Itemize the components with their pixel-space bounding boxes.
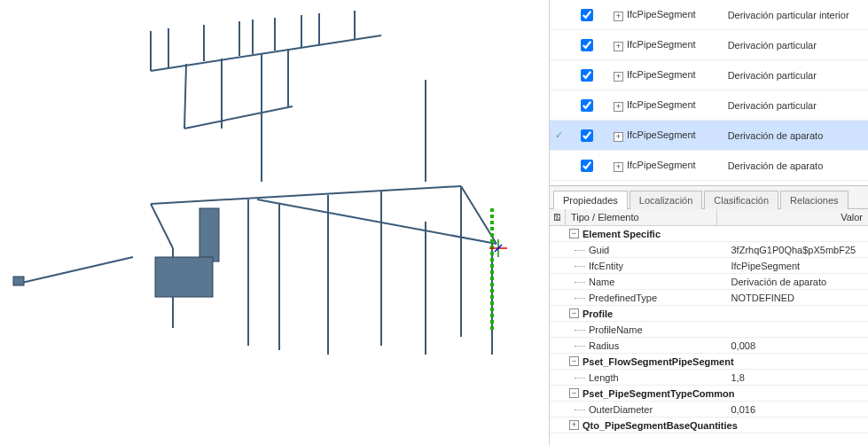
tree-row[interactable]: +IfcPipeSegmentDerivación particular xyxy=(550,30,868,60)
svg-rect-31 xyxy=(155,257,213,297)
visibility-checkbox[interactable] xyxy=(581,129,593,142)
property-key: Guid xyxy=(566,243,726,257)
node-desc-label: Derivación particular xyxy=(728,40,868,51)
element-tree[interactable]: +IfcPipeSegmentDerivación particular int… xyxy=(550,0,868,186)
group-label: Pset_FlowSegmentPipeSegment xyxy=(583,356,734,367)
tree-row[interactable]: +IfcPipeSegmentDerivación particular xyxy=(550,60,868,90)
property-value[interactable]: 1,8 xyxy=(726,371,869,385)
node-type-label: IfcPipeSegment xyxy=(627,129,707,140)
svg-line-29 xyxy=(18,257,133,284)
node-type-label: IfcPipeSegment xyxy=(627,69,707,80)
property-key: OuterDiameter xyxy=(566,402,726,417)
property-row[interactable]: PredefinedTypeNOTDEFINED xyxy=(550,290,868,306)
svg-rect-30 xyxy=(199,208,219,262)
visibility-checkbox[interactable] xyxy=(581,9,593,21)
expand-icon[interactable]: + xyxy=(614,12,623,21)
header-key-label: Tipo / Elemento xyxy=(566,209,717,225)
expand-icon[interactable]: + xyxy=(614,132,623,142)
expand-icon[interactable]: + xyxy=(614,72,623,82)
property-group[interactable]: −Profile xyxy=(550,306,868,322)
categorize-icon[interactable]: 🖻 xyxy=(550,209,566,225)
property-group[interactable]: −Element Specific xyxy=(550,226,868,242)
expand-icon[interactable]: + xyxy=(614,162,623,172)
expand-icon[interactable]: + xyxy=(614,42,623,51)
svg-line-14 xyxy=(184,106,293,129)
property-row[interactable]: Guid3fZrhqG1P0Qha$pX5mbF25 xyxy=(550,242,868,258)
3d-viewport[interactable] xyxy=(0,0,549,445)
collapse-icon[interactable]: − xyxy=(569,356,579,366)
property-row[interactable]: IfcEntityIfcPipeSegment xyxy=(550,258,868,274)
row-check-icon: ✓ xyxy=(550,129,567,141)
property-grid[interactable]: 🖻 Tipo / Elemento Valor −Element Specifi… xyxy=(550,209,868,445)
node-desc-label: Derivación de aparato xyxy=(728,130,868,141)
node-desc-label: Derivación particular interior xyxy=(728,10,868,20)
group-label: Element Specific xyxy=(583,229,661,239)
property-value[interactable] xyxy=(726,328,869,332)
collapse-icon[interactable]: − xyxy=(569,308,579,318)
collapse-icon[interactable]: + xyxy=(569,420,579,430)
tree-row[interactable]: +IfcPipeSegmentDerivación particular xyxy=(550,90,868,121)
property-grid-header: 🖻 Tipo / Elemento Valor xyxy=(550,209,868,226)
collapse-icon[interactable]: − xyxy=(569,388,579,398)
node-type-label: IfcPipeSegment xyxy=(627,39,707,50)
group-label: Profile xyxy=(583,308,613,319)
node-desc-label: Derivación particular xyxy=(728,100,868,111)
property-value[interactable]: 3fZrhqG1P0Qha$pX5mbF25 xyxy=(726,243,869,257)
tab-relaciones[interactable]: Relaciones xyxy=(780,191,848,209)
tab-clasificación[interactable]: Clasificación xyxy=(704,191,778,209)
property-key: IfcEntity xyxy=(566,259,726,273)
visibility-checkbox[interactable] xyxy=(581,160,593,172)
property-key: Name xyxy=(566,275,726,289)
property-value[interactable]: 0,016 xyxy=(726,402,869,417)
property-row[interactable]: ProfileName xyxy=(550,322,868,338)
property-group[interactable]: +Qto_PipeSegmentBaseQuantities xyxy=(550,418,868,433)
visibility-checkbox[interactable] xyxy=(581,39,593,51)
property-value[interactable]: IfcPipeSegment xyxy=(726,259,869,273)
group-label: Pset_PipeSegmentTypeCommon xyxy=(583,388,735,399)
visibility-checkbox[interactable] xyxy=(581,99,593,112)
visibility-checkbox[interactable] xyxy=(581,69,593,82)
property-key: Radius xyxy=(566,339,726,353)
expand-icon[interactable]: + xyxy=(614,102,623,112)
property-key: PredefinedType xyxy=(566,291,726,305)
node-type-label: IfcPipeSegment xyxy=(627,9,707,20)
collapse-icon[interactable]: − xyxy=(569,229,579,238)
property-group[interactable]: −Pset_FlowSegmentPipeSegment xyxy=(550,354,868,370)
header-val-label: Valor xyxy=(717,209,868,225)
group-label: Qto_PipeSegmentBaseQuantities xyxy=(583,420,738,431)
property-group[interactable]: −Pset_PipeSegmentTypeCommon xyxy=(550,386,868,402)
property-row[interactable]: NameDerivación de aparato xyxy=(550,274,868,290)
svg-line-16 xyxy=(151,186,461,204)
svg-rect-32 xyxy=(13,277,24,285)
tab-localización[interactable]: Localización xyxy=(629,191,703,209)
tree-row[interactable]: +IfcPipeSegmentDerivación particular int… xyxy=(550,0,868,30)
property-value[interactable]: NOTDEFINED xyxy=(726,291,869,305)
svg-line-19 xyxy=(151,204,173,248)
property-row[interactable]: Radius0,008 xyxy=(550,338,868,354)
node-type-label: IfcPipeSegment xyxy=(627,160,707,170)
node-type-label: IfcPipeSegment xyxy=(627,99,707,110)
property-row[interactable]: Length1,8 xyxy=(550,370,868,386)
svg-line-3 xyxy=(184,64,186,129)
tab-propiedades[interactable]: Propiedades xyxy=(553,191,628,209)
property-key: ProfileName xyxy=(566,323,726,337)
tree-row[interactable]: +IfcPipeSegmentDerivación de aparato xyxy=(550,151,868,181)
node-desc-label: Derivación de aparato xyxy=(728,160,868,171)
property-row[interactable]: OuterDiameter0,016 xyxy=(550,402,868,418)
property-tabs: PropiedadesLocalizaciónClasificaciónRela… xyxy=(550,186,868,209)
property-key: Length xyxy=(566,371,726,385)
property-value[interactable]: 0,008 xyxy=(726,339,869,353)
tree-row[interactable]: ✓+IfcPipeSegmentDerivación de aparato xyxy=(550,121,868,151)
property-value[interactable]: Derivación de aparato xyxy=(726,275,869,289)
node-desc-label: Derivación particular xyxy=(728,70,868,81)
